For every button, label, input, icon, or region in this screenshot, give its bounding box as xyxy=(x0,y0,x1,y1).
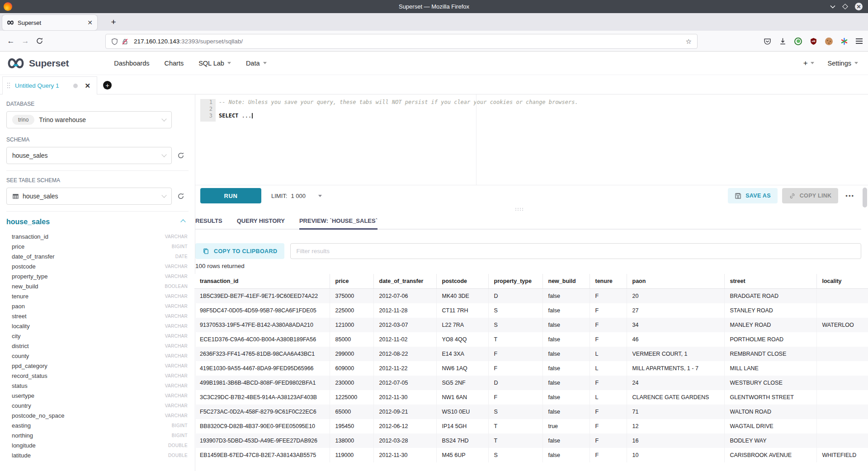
privacy-extension-icon[interactable] xyxy=(794,38,802,45)
add-query-tab-button[interactable]: + xyxy=(103,81,112,89)
table-schema-title[interactable]: house_sales xyxy=(6,218,50,226)
results-cell: 2012-11-30 xyxy=(373,390,436,405)
window-close-icon[interactable]: ✕ xyxy=(855,3,863,10)
results-cell: F xyxy=(488,347,542,361)
downloads-icon[interactable] xyxy=(779,38,787,45)
results-cell xyxy=(816,390,868,405)
results-cell: MK40 3DE xyxy=(436,289,488,304)
divider xyxy=(6,170,189,171)
results-header-cell[interactable]: postcode xyxy=(436,274,488,289)
results-header-cell[interactable]: locality xyxy=(816,274,868,289)
add-new-button[interactable]: + xyxy=(803,59,814,68)
results-cell: 27 xyxy=(627,303,724,318)
sql-keyword: SELECT xyxy=(219,113,238,119)
results-header-cell[interactable]: tenure xyxy=(590,274,627,289)
results-cell: 119000 xyxy=(330,448,373,462)
results-header-cell[interactable]: paon xyxy=(627,274,724,289)
results-header-cell[interactable]: street xyxy=(724,274,816,289)
insecure-lock-icon[interactable] xyxy=(122,38,128,45)
pane-resize-handle[interactable] xyxy=(515,208,516,209)
column-name: easting xyxy=(12,422,31,429)
query-tab-close-icon[interactable]: ✕ xyxy=(85,82,90,90)
database-select[interactable]: trino Trino warehouse xyxy=(6,111,172,128)
tab-close-icon[interactable]: ✕ xyxy=(87,19,93,26)
results-cell: 195450 xyxy=(330,419,373,433)
results-row: ECE1D376-C9A6-4C00-B004-A380B189FA568500… xyxy=(194,332,868,347)
results-cell: WAGTAIL DRIVE xyxy=(724,419,816,433)
nav-charts[interactable]: Charts xyxy=(164,60,184,67)
settings-menu[interactable]: Settings xyxy=(828,60,858,67)
more-actions-button[interactable]: ••• xyxy=(845,193,854,199)
refresh-schemas-icon[interactable] xyxy=(177,152,184,159)
refresh-tables-icon[interactable] xyxy=(177,193,184,200)
column-type: VARCHAR xyxy=(165,304,188,309)
menu-icon[interactable] xyxy=(856,41,863,42)
window-minimize-icon[interactable] xyxy=(830,5,835,9)
limit-control[interactable]: LIMIT: 1 000 xyxy=(271,193,322,199)
filter-results-input[interactable] xyxy=(290,243,861,259)
schema-select[interactable]: house_sales xyxy=(6,147,172,164)
shield-icon[interactable] xyxy=(111,38,118,45)
nav-data[interactable]: Data xyxy=(246,60,267,67)
tab-preview[interactable]: PREVIEW: `HOUSE_SALES` xyxy=(299,217,377,229)
results-cell: 225000 xyxy=(330,303,373,318)
schema-select-value: house_sales xyxy=(12,152,158,159)
tab-results[interactable]: RESULTS xyxy=(195,217,222,229)
sql-editor[interactable]: 1 2 3 -- Note: Unless you save your quer… xyxy=(195,94,868,185)
column-type: VARCHAR xyxy=(165,353,188,358)
schema-column-row: districtVARCHAR xyxy=(6,341,189,351)
url-bar[interactable]: 217.160.120.143:32393/superset/sqllab/ ☆ xyxy=(105,34,698,49)
column-type: VARCHAR xyxy=(165,234,188,239)
collapse-icon[interactable] xyxy=(180,219,185,224)
results-cell: false xyxy=(542,376,590,390)
url-path: :32393/superset/sqllab/ xyxy=(179,38,243,45)
column-type: VARCHAR xyxy=(165,324,188,329)
new-tab-button[interactable]: + xyxy=(107,15,120,29)
results-header-cell[interactable]: new_build xyxy=(542,274,590,289)
bookmark-star-icon[interactable]: ☆ xyxy=(686,38,692,46)
query-tab[interactable]: Untitled Query 1 ✕ xyxy=(2,76,97,94)
nav-sql-lab[interactable]: SQL Lab xyxy=(198,60,231,67)
results-header-cell[interactable]: price xyxy=(330,274,373,289)
url-text: 217.160.120.143:32393/superset/sqllab/ xyxy=(134,38,243,45)
window-maximize-icon[interactable] xyxy=(842,4,848,9)
reload-icon[interactable] xyxy=(33,38,47,44)
run-button[interactable]: RUN xyxy=(200,188,261,203)
scrollbar-thumb[interactable] xyxy=(863,188,867,207)
results-cell: false xyxy=(542,318,590,332)
results-cell: 2012-03-28 xyxy=(373,433,436,448)
tab-query-history[interactable]: QUERY HISTORY xyxy=(237,217,285,229)
back-icon[interactable]: ← xyxy=(4,37,18,46)
results-toolbar: COPY TO CLIPBOARD xyxy=(195,243,861,259)
database-select-value: Trino warehouse xyxy=(39,116,158,123)
results-row: 1B5C39ED-BE7F-41EF-9E71-9C60EED74A223750… xyxy=(194,289,868,304)
editor-code[interactable]: -- Note: Unless you save your query, the… xyxy=(219,99,578,119)
browser-tab[interactable]: Superset ✕ xyxy=(2,15,97,30)
results-cell: BB8320C9-D82B-4B37-90E0-9FEE05095E10 xyxy=(194,419,330,433)
schema-column-row: northingBIGINT xyxy=(6,430,189,440)
schema-column-row: transaction_idVARCHAR xyxy=(6,231,189,241)
results-cell: F xyxy=(488,361,542,376)
save-as-button[interactable]: SAVE AS xyxy=(728,188,778,203)
superset-logo[interactable] xyxy=(6,57,25,69)
multicolor-extension-icon[interactable] xyxy=(840,38,848,45)
results-cell: false xyxy=(542,390,590,405)
copy-to-clipboard-button[interactable]: COPY TO CLIPBOARD xyxy=(195,243,284,259)
results-cell: L xyxy=(590,347,627,361)
nav-dashboards[interactable]: Dashboards xyxy=(114,60,149,67)
editor-gutter: 1 2 3 xyxy=(200,99,216,122)
cookie-extension-icon[interactable] xyxy=(825,38,833,45)
column-name: postcode xyxy=(12,263,36,270)
drag-handle-icon[interactable] xyxy=(7,83,10,89)
results-header-cell[interactable]: date_of_transfer xyxy=(373,274,436,289)
ublock-icon[interactable]: uB xyxy=(810,38,817,45)
results-header-cell[interactable]: property_type xyxy=(488,274,542,289)
column-type: DATE xyxy=(175,254,188,259)
copy-link-button[interactable]: COPY LINK xyxy=(782,188,839,203)
pocket-icon[interactable] xyxy=(764,38,771,45)
table-select[interactable]: house_sales xyxy=(6,188,172,205)
brand-name[interactable]: Superset xyxy=(29,58,69,69)
results-row: 98F5DC47-0D05-4D59-95B7-98CA6F1FDE052250… xyxy=(194,303,868,318)
results-header-cell[interactable]: transaction_id xyxy=(194,274,330,289)
forward-icon[interactable]: → xyxy=(18,37,33,46)
